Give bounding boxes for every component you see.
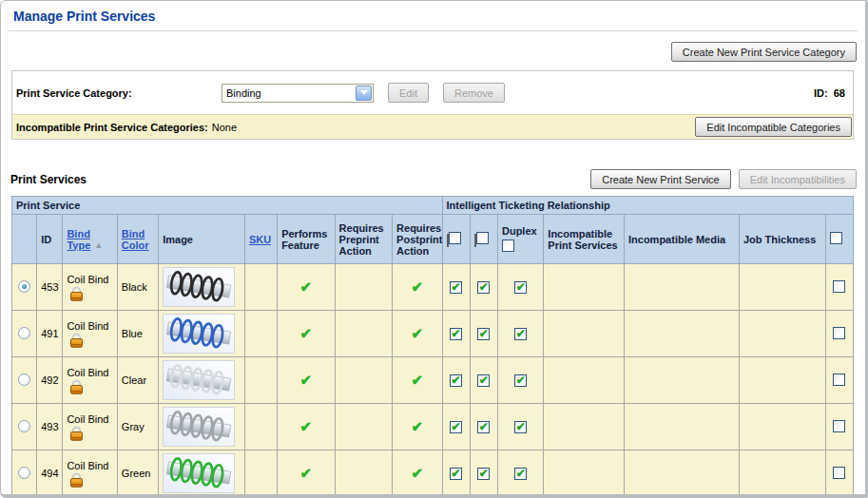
- row-bind-type: Coil Bind: [63, 450, 117, 498]
- row-bind-type: Coil Bind: [63, 404, 117, 450]
- create-new-print-service-category-button[interactable]: Create New Print Service Category: [671, 42, 857, 62]
- bind-color-label: Black: [122, 281, 147, 293]
- row-incompatible-media: [625, 264, 740, 311]
- print-service-row: 493 Coil Bind Gray: [12, 404, 854, 450]
- check-performs: ✔: [300, 418, 313, 434]
- lock-icon: [68, 379, 85, 394]
- bind-type-label: Coil Bind: [67, 460, 108, 471]
- print-service-category-select[interactable]: Binding: [222, 84, 374, 103]
- column-header-requires-postprint: Requires Postprint Action: [393, 215, 442, 264]
- row-id: 492: [37, 357, 63, 404]
- coil-image: [163, 360, 235, 400]
- check-performs: ✔: [300, 465, 313, 481]
- category-panel: Print Service Category: Binding Edit Rem…: [11, 70, 854, 140]
- print-service-row: 453 Coil Bind Black: [12, 264, 854, 311]
- chevron-down-icon[interactable]: [356, 86, 372, 101]
- color-column-checkbox[interactable]: [476, 232, 489, 244]
- cb-row[interactable]: ✔: [833, 327, 845, 339]
- cb-row[interactable]: ✔: [833, 374, 845, 386]
- bind-color-label: Green: [122, 468, 151, 479]
- sort-ascending-icon: ▲: [94, 240, 103, 250]
- row-sku: [244, 404, 277, 450]
- edit-incompatible-categories-button[interactable]: Edit Incompatible Categories: [695, 117, 852, 137]
- row-bind-color: Blue: [117, 311, 158, 357]
- page-title: Manage Print Services: [13, 9, 865, 24]
- duplex-column-checkbox[interactable]: [502, 239, 514, 252]
- cb-bw[interactable]: ✔: [450, 328, 462, 340]
- cb-color[interactable]: ✔: [477, 468, 490, 480]
- print-services-heading: Print Services: [10, 173, 87, 186]
- row-id: 491: [37, 311, 63, 357]
- incompatible-categories-label: Incompatible Print Service Categories:: [16, 122, 208, 133]
- create-new-print-service-button[interactable]: Create New Print Service: [590, 169, 731, 189]
- print-services-table: Print Service Intelligent Ticketing Rela…: [11, 196, 854, 498]
- check-postprint: ✔: [412, 465, 424, 481]
- row-radio[interactable]: [18, 280, 30, 293]
- column-header-performs-feature: Performs Feature: [278, 215, 335, 264]
- edit-category-button: Edit: [388, 83, 429, 103]
- bind-color-label: Clear: [122, 374, 146, 386]
- row-requires-postprint: ✔: [393, 311, 442, 357]
- column-header-black-and-white: [442, 215, 470, 264]
- cb-color[interactable]: ✔: [477, 374, 490, 387]
- incompatible-categories-value: None: [212, 122, 237, 133]
- cb-duplex[interactable]: ✔: [514, 281, 527, 294]
- row-incompatible-print-services: [544, 404, 625, 450]
- row-image-cell: [159, 357, 245, 404]
- incompatible-categories-bar: Incompatible Print Service Categories: N…: [12, 114, 853, 139]
- row-id: 493: [37, 404, 63, 450]
- cb-row[interactable]: ✔: [833, 280, 845, 293]
- cb-color[interactable]: ✔: [477, 421, 490, 433]
- row-radio[interactable]: [18, 327, 30, 339]
- column-header-bind-color: Bind Color: [117, 215, 158, 264]
- row-radio[interactable]: [18, 374, 30, 386]
- cb-duplex[interactable]: ✔: [514, 328, 527, 340]
- duplex-label: Duplex: [502, 225, 539, 237]
- group-header-print-service: Print Service: [12, 197, 443, 215]
- print-service-category-label: Print Service Category:: [16, 87, 222, 99]
- column-header-radio: [12, 215, 37, 264]
- bw-column-checkbox[interactable]: [449, 232, 461, 244]
- column-header-duplex: Duplex: [497, 215, 543, 264]
- column-header-color: [470, 215, 497, 264]
- bind-type-sort-link[interactable]: Bind Type: [67, 228, 90, 251]
- row-requires-postprint: ✔: [393, 357, 442, 404]
- row-radio[interactable]: [18, 467, 30, 479]
- bind-color-sort-link[interactable]: Bind Color: [122, 228, 149, 251]
- edit-incompatibilities-button: Edit Incompatibilities: [739, 169, 857, 189]
- bind-type-label: Coil Bind: [67, 320, 108, 332]
- cb-color[interactable]: ✔: [477, 281, 490, 294]
- bind-type-label: Coil Bind: [67, 274, 108, 285]
- row-sku: [244, 311, 277, 357]
- bind-color-label: Blue: [122, 328, 143, 339]
- row-performs-feature: ✔: [278, 450, 335, 498]
- cb-bw[interactable]: ✔: [450, 374, 462, 387]
- row-incompatible-media: [625, 357, 740, 404]
- cb-row[interactable]: ✔: [833, 467, 845, 479]
- cb-duplex[interactable]: ✔: [514, 374, 527, 387]
- check-postprint: ✔: [412, 418, 424, 434]
- remove-category-button: Remove: [443, 83, 505, 103]
- row-performs-feature: ✔: [278, 311, 335, 357]
- sku-sort-link[interactable]: SKU: [249, 234, 271, 245]
- cb-bw[interactable]: ✔: [450, 421, 462, 433]
- cb-row[interactable]: ✔: [833, 420, 845, 432]
- row-requires-postprint: ✔: [393, 264, 442, 311]
- table-body: 453 Coil Bind Black: [12, 264, 854, 498]
- row-bind-color: Clear: [117, 357, 158, 404]
- cb-color[interactable]: ✔: [477, 328, 490, 340]
- cb-duplex[interactable]: ✔: [514, 468, 527, 480]
- column-header-job-thickness: Job Thickness: [739, 215, 825, 264]
- row-incompatible-print-services: [544, 357, 625, 404]
- cb-bw[interactable]: ✔: [450, 468, 462, 480]
- row-incompatible-print-services: [544, 311, 625, 357]
- cb-duplex[interactable]: ✔: [514, 421, 527, 433]
- cb-bw[interactable]: ✔: [450, 281, 462, 294]
- check-performs: ✔: [300, 325, 313, 341]
- row-bind-type: Coil Bind: [63, 311, 117, 357]
- row-radio[interactable]: [18, 420, 30, 432]
- row-incompatible-media: [625, 450, 740, 498]
- row-image-cell: [159, 264, 245, 311]
- check-postprint: ✔: [412, 325, 424, 341]
- select-all-checkbox[interactable]: [830, 232, 842, 244]
